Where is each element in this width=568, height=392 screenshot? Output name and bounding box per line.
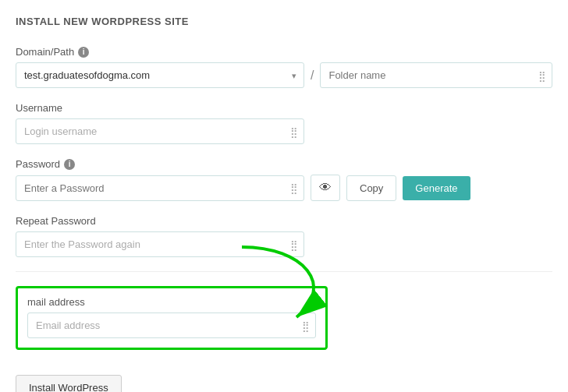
domain-field-group: Domain/Path i test.graduatesofdogma.com … xyxy=(16,46,552,88)
path-separator: / xyxy=(311,69,314,83)
bars-icon-email: ⣿ xyxy=(302,320,310,331)
domain-info-icon[interactable]: i xyxy=(78,47,89,58)
repeat-password-input[interactable] xyxy=(16,231,304,257)
bars-icon: ⣿ xyxy=(538,69,546,81)
password-label: Password i xyxy=(16,158,552,170)
folder-input[interactable] xyxy=(320,62,552,88)
repeat-password-label: Repeat Password xyxy=(16,215,552,227)
repeat-password-input-wrapper: ⣿ xyxy=(16,231,304,257)
install-form: INSTALL NEW WORDPRESS SITE Domain/Path i… xyxy=(16,16,552,392)
email-input-wrapper: ⣿ xyxy=(27,313,316,338)
password-field-group: Password i ⣿ 👁 Copy Generate xyxy=(16,158,552,201)
show-password-button[interactable]: 👁 xyxy=(311,175,340,201)
username-input-wrapper: ⣿ xyxy=(16,118,304,144)
domain-row: test.graduatesofdogma.com ▾ / ⣿ xyxy=(16,62,552,88)
username-label: Username xyxy=(16,102,552,114)
password-input[interactable] xyxy=(16,175,304,201)
domain-select[interactable]: test.graduatesofdogma.com xyxy=(16,62,304,88)
password-info-icon[interactable]: i xyxy=(64,159,75,170)
section-divider xyxy=(16,271,552,272)
email-label: mail address xyxy=(27,296,316,308)
copy-password-button[interactable]: Copy xyxy=(346,175,396,201)
repeat-password-field-group: Repeat Password ⣿ xyxy=(16,215,552,257)
bars-icon-password: ⣿ xyxy=(290,182,298,194)
username-input[interactable] xyxy=(16,118,304,144)
username-field-group: Username ⣿ xyxy=(16,102,552,144)
email-highlighted-section: mail address ⣿ xyxy=(16,286,328,350)
folder-input-wrapper: ⣿ xyxy=(320,62,552,88)
install-button-container: Install WordPress xyxy=(16,362,552,392)
password-row: ⣿ 👁 Copy Generate xyxy=(16,175,552,201)
domain-label: Domain/Path i xyxy=(16,46,552,58)
domain-select-wrapper: test.graduatesofdogma.com ▾ xyxy=(16,62,304,88)
eye-icon: 👁 xyxy=(319,181,332,195)
install-wordpress-button[interactable]: Install WordPress xyxy=(16,375,122,392)
email-highlighted-container: mail address ⣿ xyxy=(16,286,328,350)
email-input[interactable] xyxy=(27,313,316,338)
page-title: INSTALL NEW WORDPRESS SITE xyxy=(16,16,552,27)
bars-icon-repeat: ⣿ xyxy=(290,238,298,250)
bars-icon-username: ⣿ xyxy=(290,125,298,137)
generate-password-button[interactable]: Generate xyxy=(403,176,470,200)
password-input-wrapper: ⣿ xyxy=(16,175,304,201)
